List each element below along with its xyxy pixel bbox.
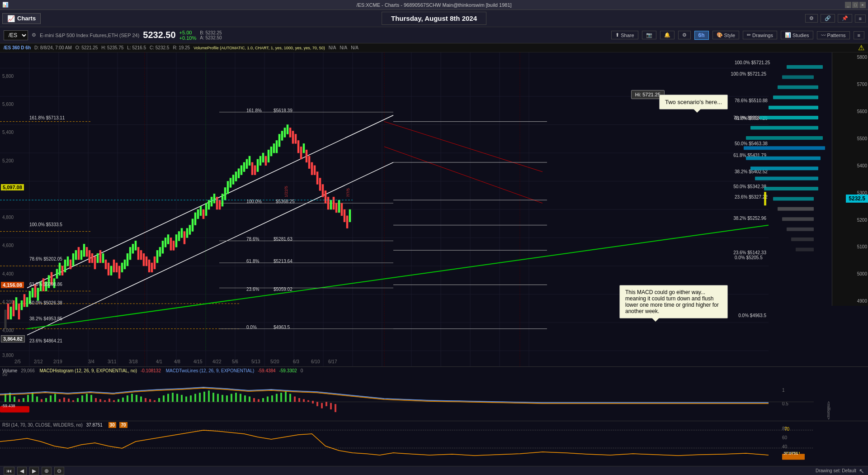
patterns-icon: 〰 [821,33,826,38]
svg-text:40: 40 [782,444,788,449]
charts-button[interactable]: 📈 Charts [2,13,41,24]
nav-left-button[interactable]: ◀ [17,467,27,475]
svg-rect-170 [308,156,310,169]
svg-rect-88 [86,247,88,256]
svg-rect-107 [137,247,139,260]
svg-rect-145 [241,166,242,175]
svg-rect-254 [9,393,11,402]
svg-rect-284 [145,398,146,402]
fib-61-left: 61.8% $5098.86 [29,282,62,287]
fib-50-right: 50.0% $5342.38 [733,184,766,189]
zoom-out-button[interactable]: ⊖ [54,467,64,475]
price-chart[interactable]: 5,800 5,600 5,400 5,200 5,000 4,800 4,60… [0,52,868,366]
svg-rect-171 [311,162,313,175]
svg-text:2/12: 2/12 [34,359,43,364]
svg-rect-100 [118,266,120,279]
minimize-button[interactable]: _ [845,2,851,8]
svg-rect-324 [326,402,327,406]
svg-rect-135 [213,194,215,203]
toolbar-menu-button[interactable]: ≡ [855,14,866,23]
price-change-pct: +0.10% [179,35,197,41]
svg-rect-141 [230,178,231,188]
svg-text:161.8%: 161.8% [246,108,262,113]
svg-text:5/20: 5/20 [270,359,279,364]
svg-rect-133 [208,200,210,209]
price-change-pts: +5.00 [179,30,197,35]
settings-button[interactable]: ⚙ [678,31,691,39]
toolbar-link-button[interactable]: 🔗 [821,14,835,23]
reset-zoom-button[interactable]: ⚠ [858,43,864,52]
maximize-button[interactable]: □ [852,2,859,8]
svg-rect-110 [146,256,147,266]
svg-rect-310 [262,398,264,402]
more-button[interactable]: ≡ [854,31,864,39]
drawings-button[interactable]: ✏ Drawings [743,31,777,39]
svg-rect-287 [158,398,160,402]
rsi-label: RSI (14, 70, 30, CLOSE, WILDERS, no) 37.… [2,423,127,428]
svg-text:$5213.64: $5213.64 [274,259,292,264]
svg-rect-275 [104,400,106,402]
svg-rect-268 [72,400,74,402]
svg-rect-320 [307,400,309,402]
svg-text:6/3: 6/3 [293,359,299,364]
patterns-button[interactable]: 〰 Patterns [817,31,850,39]
toolbar-config-button[interactable]: ⚙ [805,14,818,23]
svg-rect-293 [185,396,187,402]
svg-rect-155 [268,150,269,162]
price-tag-5097: 5,097.08 [1,184,24,190]
svg-rect-148 [249,156,250,166]
svg-rect-130 [200,206,202,216]
svg-rect-66 [26,297,28,307]
price-tag-4156: 4,156.08 [1,282,24,288]
svg-rect-280 [127,395,128,402]
status-bar: ⏮ ◀ ▶ ⊕ ⊖ Drawing set: Default ↖ [0,466,868,475]
camera-button[interactable]: 📷 [642,31,656,39]
ohlc-open: O: 5221.25 [75,45,98,50]
svg-rect-152 [259,156,261,166]
svg-text:37.8751: 37.8751 [783,451,798,456]
svg-rect-178 [330,200,332,209]
alert-button[interactable]: 🔔 [660,31,675,39]
svg-rect-289 [167,394,169,402]
svg-rect-325 [330,403,332,409]
close-button[interactable]: × [859,2,866,8]
nav-left-far-button[interactable]: ⏮ [4,467,14,475]
svg-text:4,000: 4,000 [2,328,14,333]
svg-rect-142 [232,175,234,185]
svg-rect-123 [181,228,183,238]
svg-text:5,400: 5,400 [2,130,14,135]
svg-text:$4963.5: $4963.5 [274,325,290,330]
svg-rect-271 [86,394,88,402]
svg-rect-89 [89,250,90,263]
svg-rect-296 [199,393,201,402]
svg-text:$5618.39: $5618.39 [274,108,292,113]
svg-rect-318 [298,398,300,402]
studies-icon: 📊 [785,32,791,38]
studies-button[interactable]: 📊 Studies [781,31,813,39]
svg-rect-166 [297,140,299,153]
svg-text:5,200: 5,200 [2,158,14,163]
share-button[interactable]: ⬆ Share [611,31,638,39]
toolbar-pin-button[interactable]: 📌 [838,14,852,23]
svg-rect-183 [344,209,345,222]
svg-rect-309 [258,399,259,402]
svg-rect-181 [338,200,340,213]
macd-label: Volume 29,066 MACDHistogram (12, 26, 9, … [2,368,303,373]
svg-rect-150 [254,166,256,175]
instrument-name: E-mini S&P 500 Index Futures,ETH (SEP 24… [40,33,139,38]
style-button[interactable]: 🎨 Style [712,31,739,39]
svg-rect-140 [227,181,229,194]
nav-right-button[interactable]: ▶ [29,467,39,475]
svg-rect-172 [314,166,316,175]
svg-rect-97 [110,266,112,276]
svg-rect-117 [165,238,166,247]
svg-rect-92 [97,253,99,263]
svg-rect-272 [90,395,92,402]
svg-rect-60 [10,307,12,319]
svg-rect-256 [18,399,20,402]
zoom-in-button[interactable]: ⊕ [42,467,52,475]
symbol-select[interactable]: /ES [4,30,28,40]
svg-rect-176 [325,190,326,203]
timeframe-button[interactable]: 6h [694,31,709,40]
current-price: 5232.50 [143,30,175,40]
